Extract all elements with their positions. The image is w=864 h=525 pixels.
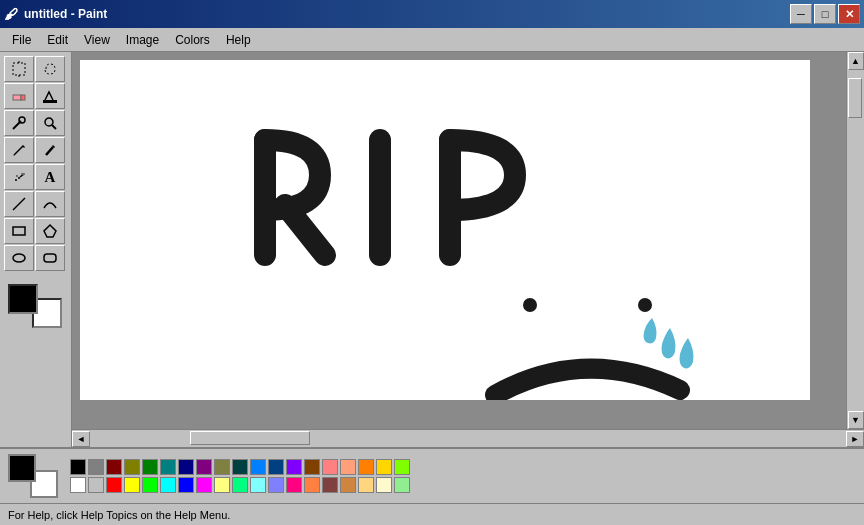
- svg-rect-24: [44, 254, 56, 262]
- tool-text[interactable]: A: [35, 164, 65, 190]
- color-brown[interactable]: [304, 459, 320, 475]
- canvas-scroll[interactable]: [72, 52, 846, 429]
- svg-point-8: [45, 118, 53, 126]
- canvas-drawing: [80, 60, 810, 400]
- color-olive-dark[interactable]: [214, 459, 230, 475]
- tool-select-free[interactable]: [35, 56, 65, 82]
- color-dark-blue[interactable]: [178, 459, 194, 475]
- current-colors-display: [8, 454, 58, 498]
- color-red[interactable]: [106, 477, 122, 493]
- menu-image[interactable]: Image: [118, 31, 167, 49]
- color-palette: [70, 459, 410, 493]
- color-dark-gray[interactable]: [88, 459, 104, 475]
- vertical-scrollbar[interactable]: ▲ ▼: [846, 52, 864, 429]
- color-periwinkle[interactable]: [268, 477, 284, 493]
- app-icon: 🖌: [4, 6, 18, 22]
- status-text: For Help, click Help Topics on the Help …: [8, 509, 230, 521]
- color-blue[interactable]: [178, 477, 194, 493]
- tool-rounded-rect[interactable]: [35, 245, 65, 271]
- scroll-h-track[interactable]: [90, 430, 846, 447]
- minimize-button[interactable]: ─: [790, 4, 812, 24]
- main-layout: A: [0, 52, 864, 447]
- scroll-up-button[interactable]: ▲: [848, 52, 864, 70]
- color-lime[interactable]: [142, 477, 158, 493]
- svg-rect-21: [13, 227, 25, 235]
- scroll-v-thumb[interactable]: [848, 78, 862, 118]
- svg-rect-3: [13, 95, 21, 100]
- tool-airbrush[interactable]: [4, 164, 34, 190]
- tool-eyedropper[interactable]: [4, 110, 34, 136]
- color-peach[interactable]: [340, 459, 356, 475]
- color-preview-area: [4, 280, 66, 328]
- status-bar: For Help, click Help Topics on the Help …: [0, 503, 864, 525]
- color-dark-teal[interactable]: [232, 459, 248, 475]
- close-button[interactable]: ✕: [838, 4, 860, 24]
- tool-line[interactable]: [4, 191, 34, 217]
- paint-canvas[interactable]: [80, 60, 810, 400]
- tool-zoom[interactable]: [35, 110, 65, 136]
- color-tan[interactable]: [340, 477, 356, 493]
- color-magenta[interactable]: [196, 477, 212, 493]
- tool-brush[interactable]: [35, 137, 65, 163]
- scroll-left-button[interactable]: ◄: [72, 431, 90, 447]
- tool-polygon[interactable]: [35, 218, 65, 244]
- color-amber[interactable]: [304, 477, 320, 493]
- color-olive[interactable]: [124, 459, 140, 475]
- scroll-right-button[interactable]: ►: [846, 431, 864, 447]
- tool-eraser[interactable]: [4, 83, 34, 109]
- svg-line-9: [52, 125, 56, 129]
- menu-edit[interactable]: Edit: [39, 31, 76, 49]
- color-mint[interactable]: [232, 477, 248, 493]
- horizontal-scrollbar[interactable]: ◄ ►: [72, 429, 864, 447]
- color-orange[interactable]: [358, 459, 374, 475]
- svg-point-7: [19, 117, 25, 123]
- svg-point-16: [18, 177, 20, 179]
- svg-rect-0: [13, 63, 25, 75]
- tool-select-rect[interactable]: [4, 56, 34, 82]
- svg-point-25: [523, 298, 537, 312]
- color-teal[interactable]: [160, 459, 176, 475]
- palette-row-1: [70, 459, 410, 475]
- color-light-yellow[interactable]: [214, 477, 230, 493]
- color-violet[interactable]: [286, 459, 302, 475]
- color-rose[interactable]: [286, 477, 302, 493]
- color-light-green[interactable]: [394, 477, 410, 493]
- color-light-cyan[interactable]: [250, 477, 266, 493]
- tool-pencil[interactable]: [4, 137, 34, 163]
- svg-rect-4: [21, 95, 25, 100]
- scroll-down-button[interactable]: ▼: [848, 411, 864, 429]
- menu-view[interactable]: View: [76, 31, 118, 49]
- color-dark-green[interactable]: [142, 459, 158, 475]
- color-purple[interactable]: [196, 459, 212, 475]
- menu-file[interactable]: File: [4, 31, 39, 49]
- tool-row-2: [4, 83, 67, 109]
- color-dark-brown[interactable]: [322, 477, 338, 493]
- foreground-color-box[interactable]: [8, 284, 38, 314]
- color-light-gray[interactable]: [88, 477, 104, 493]
- color-coral[interactable]: [322, 459, 338, 475]
- color-yellow[interactable]: [124, 477, 140, 493]
- tool-rect[interactable]: [4, 218, 34, 244]
- color-gold[interactable]: [376, 459, 392, 475]
- color-sandy[interactable]: [358, 477, 374, 493]
- color-dark-slate[interactable]: [268, 459, 284, 475]
- color-sky-blue[interactable]: [250, 459, 266, 475]
- current-fg-color[interactable]: [8, 454, 36, 482]
- color-cream[interactable]: [376, 477, 392, 493]
- color-dark-red[interactable]: [106, 459, 122, 475]
- menu-help[interactable]: Help: [218, 31, 259, 49]
- color-black[interactable]: [70, 459, 86, 475]
- svg-point-15: [15, 179, 17, 181]
- scroll-v-track[interactable]: [847, 70, 864, 411]
- window-title: untitled - Paint: [24, 7, 107, 21]
- color-cyan[interactable]: [160, 477, 176, 493]
- color-chartreuse[interactable]: [394, 459, 410, 475]
- color-white[interactable]: [70, 477, 86, 493]
- maximize-button[interactable]: □: [814, 4, 836, 24]
- scroll-h-thumb[interactable]: [190, 431, 310, 445]
- menu-colors[interactable]: Colors: [167, 31, 218, 49]
- tool-curve[interactable]: [35, 191, 65, 217]
- tool-ellipse[interactable]: [4, 245, 34, 271]
- svg-point-26: [638, 298, 652, 312]
- tool-fill[interactable]: [35, 83, 65, 109]
